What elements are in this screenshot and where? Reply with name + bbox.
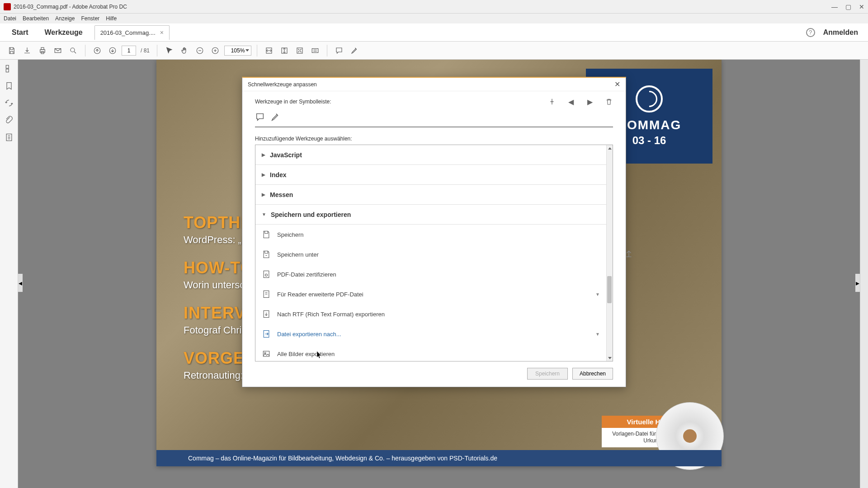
zoom-in-icon[interactable]: [209, 44, 222, 57]
signin-button[interactable]: Anmelden: [823, 28, 858, 37]
export-icon: [262, 329, 271, 338]
search-icon[interactable]: [67, 44, 80, 57]
tool-item-label: Nach RTF (Rich Text Format) exportieren: [277, 311, 385, 318]
right-scrollbar[interactable]: [860, 60, 868, 488]
tool-item-label: Für Reader erweiterte PDF-Datei: [277, 291, 363, 298]
dialog-save-button: Speichern: [527, 368, 568, 380]
cloud-icon[interactable]: [21, 44, 33, 57]
read-mode-icon[interactable]: [309, 44, 321, 57]
cursor-icon[interactable]: [163, 44, 175, 57]
thumbnails-icon[interactable]: [5, 64, 14, 73]
tab-start[interactable]: Start: [4, 28, 36, 37]
dialog-title-text: Schnellwerkzeuge anpassen: [248, 81, 317, 88]
tool-list-scrollbar[interactable]: [606, 145, 613, 361]
current-tools-label: Werkzeuge in der Symbolleiste:: [255, 99, 331, 105]
bookmarks-icon[interactable]: [5, 81, 14, 90]
divider-add-icon[interactable]: [548, 98, 556, 106]
svg-rect-2: [41, 52, 44, 54]
fit-visible-icon[interactable]: [293, 44, 306, 57]
tool-item-export-bilder[interactable]: Alle Bilder exportieren: [255, 344, 606, 361]
tabstrip: Start Werkzeuge 2016-03_Commag.... × ? A…: [0, 23, 868, 42]
svg-rect-14: [6, 69, 9, 72]
left-rail: [0, 60, 18, 488]
dialog-cancel-button[interactable]: Abbrechen: [572, 368, 613, 380]
tool-item-label: Speichern: [277, 231, 304, 238]
dropdown-icon: ▼: [595, 332, 600, 337]
app-icon: [4, 3, 11, 10]
toolbar: / 81 105%: [0, 42, 868, 60]
tab-close-icon[interactable]: ×: [160, 29, 164, 36]
page-input[interactable]: [122, 46, 136, 56]
export-rtf-icon: [262, 310, 271, 319]
menu-bearbeiten[interactable]: Bearbeiten: [23, 15, 49, 22]
menu-fenster[interactable]: Fenster: [81, 15, 99, 22]
minimize-button[interactable]: —: [832, 4, 837, 9]
tool-item-zertifizieren[interactable]: PDF-Datei zertifizieren: [255, 264, 606, 284]
help-icon[interactable]: ?: [806, 28, 815, 37]
scroll-up-icon[interactable]: [607, 145, 613, 151]
tool-item-reader-erweitert[interactable]: Für Reader erweiterte PDF-Datei ▼: [255, 284, 606, 304]
category-label: Messen: [270, 191, 293, 198]
tool-item-export-nach[interactable]: Datei exportieren nach... ▼: [255, 324, 606, 344]
tool-item-export-rtf[interactable]: Nach RTF (Rich Text Format) exportieren: [255, 304, 606, 324]
maximize-button[interactable]: ▢: [845, 4, 851, 9]
tool-item-label: PDF-Datei zertifizieren: [277, 271, 336, 278]
button-label: Speichern: [535, 371, 560, 377]
zoom-select[interactable]: 105%: [224, 46, 251, 56]
current-toolbar: [255, 109, 613, 127]
hand-icon[interactable]: [178, 44, 191, 57]
category-label: Index: [270, 171, 287, 178]
layers-icon[interactable]: [5, 133, 14, 142]
delete-icon[interactable]: [605, 98, 613, 106]
banner-logo-icon: [636, 85, 663, 113]
certify-icon: [262, 270, 271, 279]
scroll-down-icon[interactable]: [607, 355, 613, 361]
highlight-icon[interactable]: [348, 44, 361, 57]
titlebar: 2016-03_Commag.pdf - Adobe Acrobat Pro D…: [0, 0, 868, 14]
tab-document[interactable]: 2016-03_Commag.... ×: [94, 25, 170, 40]
close-button[interactable]: ✕: [859, 4, 864, 9]
doc-footer: Commag – das Online-Magazin für Bildbear…: [156, 450, 722, 466]
svg-rect-13: [6, 66, 9, 69]
attachments-icon[interactable]: [5, 116, 14, 125]
menubar: Datei Bearbeiten Anzeige Fenster Hilfe: [0, 14, 868, 23]
save-icon: [262, 230, 271, 239]
menu-anzeige[interactable]: Anzeige: [55, 15, 75, 22]
tool-item-speichern[interactable]: Speichern: [255, 225, 606, 244]
menu-hilfe[interactable]: Hilfe: [106, 15, 117, 22]
scroll-thumb[interactable]: [607, 276, 612, 303]
category-javascript[interactable]: ▶JavaScript: [255, 145, 606, 165]
svg-rect-11: [297, 48, 302, 53]
page-total: / 81: [141, 47, 150, 54]
add-tools-label: Hinzuzufügende Werkzeuge auswählen:: [255, 136, 613, 142]
add-to-toolbar-icon[interactable]: [624, 249, 634, 260]
right-panel-handle[interactable]: ▸: [855, 274, 860, 292]
current-comment-icon[interactable]: [255, 112, 265, 122]
menu-datei[interactable]: Datei: [4, 15, 16, 22]
move-left-icon[interactable]: ◀: [567, 98, 575, 106]
category-label: JavaScript: [270, 151, 302, 159]
cd-box: Virtuelle Heft-CD Vorlagen-Datei für ein…: [602, 416, 706, 447]
category-speichern[interactable]: ▼Speichern und exportieren: [255, 205, 606, 225]
current-highlight-icon[interactable]: [270, 112, 280, 122]
zoom-out-icon[interactable]: [193, 44, 206, 57]
fit-width-icon[interactable]: [263, 44, 275, 57]
left-panel-handle[interactable]: ◂: [18, 274, 23, 292]
category-messen[interactable]: ▶Messen: [255, 185, 606, 205]
fit-page-icon[interactable]: [278, 44, 291, 57]
svg-rect-1: [41, 47, 44, 50]
refresh-icon[interactable]: [5, 99, 14, 108]
print-icon[interactable]: [36, 44, 49, 57]
tool-item-speichern-unter[interactable]: Speichern unter: [255, 244, 606, 264]
page-down-icon[interactable]: [106, 44, 119, 57]
mail-icon[interactable]: [52, 44, 64, 57]
save-icon[interactable]: [5, 44, 18, 57]
category-index[interactable]: ▶Index: [255, 165, 606, 185]
window-title: 2016-03_Commag.pdf - Adobe Acrobat Pro D…: [14, 4, 832, 10]
comment-icon[interactable]: [333, 44, 345, 57]
tab-tools[interactable]: Werkzeuge: [36, 28, 90, 37]
dialog-close-icon[interactable]: ✕: [614, 80, 620, 89]
page-up-icon[interactable]: [91, 44, 104, 57]
save-as-icon: [262, 250, 271, 259]
move-right-icon[interactable]: ▶: [586, 98, 594, 106]
